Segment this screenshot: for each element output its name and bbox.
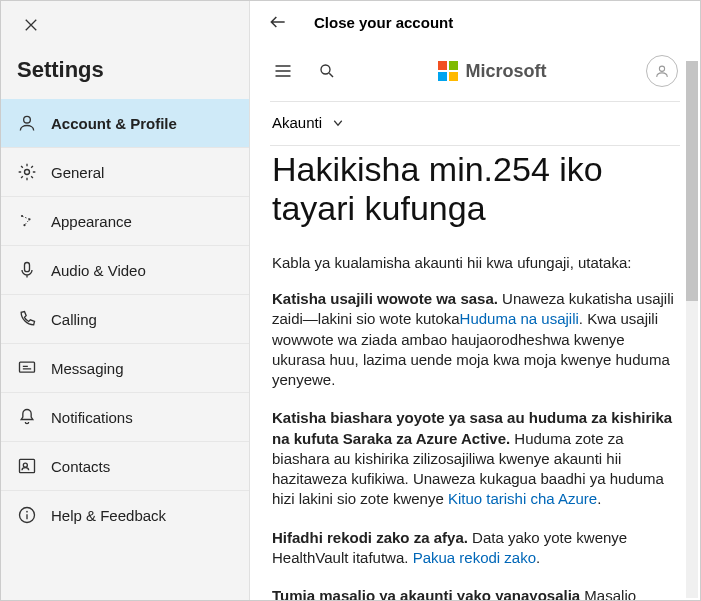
article-heading: Hakikisha min.254 iko tayari kufunga bbox=[272, 150, 678, 228]
microphone-icon bbox=[17, 260, 37, 280]
sidebar-item-calling[interactable]: Calling bbox=[1, 294, 249, 343]
settings-sidebar: Settings Account & Profile General Appea… bbox=[1, 1, 250, 600]
sidebar-item-label: Notifications bbox=[51, 409, 133, 426]
sidebar-item-general[interactable]: General bbox=[1, 147, 249, 196]
sidebar-item-appearance[interactable]: Appearance bbox=[1, 196, 249, 245]
sidebar-item-label: Account & Profile bbox=[51, 115, 177, 132]
hamburger-icon bbox=[273, 61, 293, 81]
account-avatar-button[interactable] bbox=[646, 55, 678, 87]
svg-point-8 bbox=[23, 463, 27, 467]
para-cancel-subscriptions: Katisha usajili wowote wa sasa. Unaweza … bbox=[272, 289, 678, 390]
svg-rect-5 bbox=[25, 263, 30, 272]
link-download-records[interactable]: Pakua rekodi zako bbox=[413, 549, 536, 566]
para-text: . bbox=[536, 549, 540, 566]
para-bold: Katisha usajili wowote wa sasa. bbox=[272, 290, 498, 307]
search-button[interactable] bbox=[316, 60, 338, 82]
sidebar-item-label: Messaging bbox=[51, 360, 124, 377]
svg-point-11 bbox=[321, 65, 330, 74]
link-services-subscriptions[interactable]: Huduma na usajili bbox=[460, 310, 579, 327]
sidebar-item-contacts[interactable]: Contacts bbox=[1, 441, 249, 490]
arrow-left-icon bbox=[268, 12, 288, 32]
close-icon bbox=[24, 18, 38, 32]
para-health-records: Hifadhi rekodi zako za afya. Data yako y… bbox=[272, 528, 678, 569]
scrollbar-track[interactable] bbox=[686, 61, 698, 598]
svg-rect-6 bbox=[20, 362, 35, 372]
svg-point-0 bbox=[24, 116, 31, 123]
content-area: Microsoft Akaunti Hakikisha min.254 iko … bbox=[250, 43, 700, 600]
back-button[interactable] bbox=[266, 10, 290, 34]
sidebar-item-account-profile[interactable]: Account & Profile bbox=[1, 99, 249, 147]
para-bold: Tumia masalio ya akaunti yako yanayosali… bbox=[272, 587, 580, 600]
sidebar-item-label: Appearance bbox=[51, 213, 132, 230]
sparkle-icon bbox=[17, 211, 37, 231]
hamburger-menu-button[interactable] bbox=[272, 60, 294, 82]
chevron-down-icon bbox=[332, 116, 346, 130]
sidebar-item-label: Calling bbox=[51, 311, 97, 328]
microsoft-header: Microsoft bbox=[270, 49, 680, 101]
para-text: Masalio bbox=[580, 587, 636, 600]
contacts-icon bbox=[17, 456, 37, 476]
sidebar-item-label: General bbox=[51, 164, 104, 181]
para-azure: Katisha biashara yoyote ya sasa au hudum… bbox=[272, 408, 678, 509]
settings-nav-list: Account & Profile General Appearance Aud… bbox=[1, 99, 249, 539]
phone-icon bbox=[17, 309, 37, 329]
close-settings-button[interactable] bbox=[17, 11, 45, 39]
sidebar-item-label: Contacts bbox=[51, 458, 110, 475]
sidebar-item-messaging[interactable]: Messaging bbox=[1, 343, 249, 392]
article-body: Hakikisha min.254 iko tayari kufunga Kab… bbox=[270, 146, 680, 600]
article-lead: Kabla ya kualamisha akaunti hii kwa ufun… bbox=[272, 254, 678, 271]
message-icon bbox=[17, 358, 37, 378]
info-icon bbox=[17, 505, 37, 525]
para-text: . bbox=[597, 490, 601, 507]
sidebar-item-audio-video[interactable]: Audio & Video bbox=[1, 245, 249, 294]
bell-icon bbox=[17, 407, 37, 427]
svg-point-1 bbox=[25, 170, 30, 175]
sidebar-item-label: Help & Feedback bbox=[51, 507, 166, 524]
link-azure-portal[interactable]: Kituo tarishi cha Azure bbox=[448, 490, 597, 507]
settings-title: Settings bbox=[1, 39, 249, 99]
breadcrumb[interactable]: Akaunti bbox=[270, 102, 680, 145]
person-icon bbox=[17, 113, 37, 133]
svg-point-10 bbox=[26, 511, 28, 513]
svg-point-12 bbox=[659, 66, 664, 71]
sidebar-item-help-feedback[interactable]: Help & Feedback bbox=[1, 490, 249, 539]
microsoft-brand[interactable]: Microsoft bbox=[438, 61, 547, 82]
scrollbar-thumb[interactable] bbox=[686, 61, 698, 301]
para-balance: Tumia masalio ya akaunti yako yanayosali… bbox=[272, 586, 678, 600]
app-window: Settings Account & Profile General Appea… bbox=[0, 0, 701, 601]
sidebar-item-notifications[interactable]: Notifications bbox=[1, 392, 249, 441]
search-icon bbox=[318, 62, 336, 80]
para-bold: Hifadhi rekodi zako za afya. bbox=[272, 529, 468, 546]
page-titlebar: Close your account bbox=[250, 1, 700, 43]
microsoft-logo-icon bbox=[438, 61, 458, 81]
page-title: Close your account bbox=[314, 14, 453, 31]
sidebar-item-label: Audio & Video bbox=[51, 262, 146, 279]
main-panel: Close your account Microsoft bbox=[250, 1, 700, 600]
breadcrumb-label: Akaunti bbox=[272, 114, 322, 131]
gear-icon bbox=[17, 162, 37, 182]
brand-text: Microsoft bbox=[466, 61, 547, 82]
person-outline-icon bbox=[653, 62, 671, 80]
